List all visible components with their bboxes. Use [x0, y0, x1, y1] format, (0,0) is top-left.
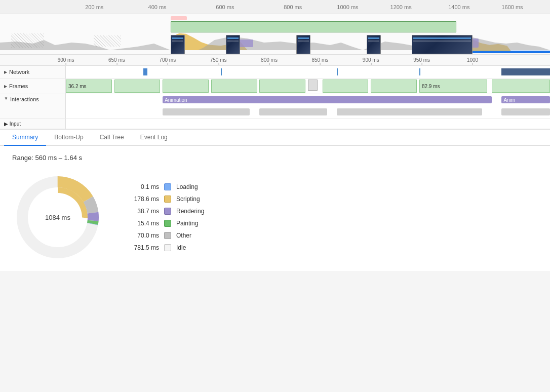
- ruler-mark-600: 600 ms: [216, 4, 234, 10]
- input-bar-3: [337, 108, 482, 115]
- range-label: Range: 560 ms – 1.64 s: [12, 154, 538, 162]
- ruler-mark-400: 400 ms: [148, 4, 167, 10]
- tab-bottom-up[interactable]: Bottom-Up: [46, 130, 91, 146]
- legend-scripting-swatch: [164, 195, 171, 203]
- legend-other: 70.0 ms Other: [124, 232, 204, 239]
- input-bar-1: [163, 108, 250, 115]
- net-req-5: [501, 68, 550, 75]
- network-track-label[interactable]: ▶ Network: [0, 66, 66, 78]
- donut-total-label: 1084 ms: [45, 214, 70, 221]
- frame-bar-gray: [308, 80, 318, 91]
- ruler-mark-1600: 1600 ms: [501, 4, 523, 10]
- interactions-track: ▼ Interactions Animation Anim: [0, 94, 550, 119]
- tab-call-tree[interactable]: Call Tree: [92, 130, 132, 146]
- detail-mark-800: 800 ms: [261, 57, 278, 63]
- detail-mark-700: 700 ms: [159, 57, 176, 63]
- cpu-hatch-2: [94, 35, 121, 47]
- legend-loading-name: Loading: [176, 183, 198, 190]
- donut-chart: 1084 ms: [12, 172, 103, 263]
- frame-bar-3: [163, 80, 209, 93]
- summary-panel: Range: 560 ms – 1.64 s: [0, 146, 550, 271]
- summary-content: 1084 ms 0.1 ms Loading 178.6 ms Scriptin…: [12, 172, 538, 263]
- app-container: 200 ms 400 ms 600 ms 800 ms 1000 ms 1200…: [0, 0, 550, 271]
- legend-loading: 0.1 ms Loading: [124, 183, 204, 190]
- input-bar-4: [501, 108, 550, 115]
- network-track: ▶ Network: [0, 66, 550, 79]
- frame-bar-4: [211, 80, 257, 93]
- input-track: ▶ Input: [0, 119, 550, 129]
- net-req-4: [143, 68, 147, 75]
- frames-arrow: ▶: [4, 84, 7, 89]
- detail-ruler-marks: 600 ms 650 ms 700 ms 750 ms 800 ms 850 m…: [66, 55, 550, 65]
- legend-other-name: Other: [176, 232, 191, 239]
- cpu-hatch-1: [11, 33, 44, 48]
- detail-timeline: 600 ms 650 ms 700 ms 750 ms 800 ms 850 m…: [0, 55, 550, 130]
- legend-loading-swatch: [164, 183, 171, 190]
- screenshot-2: [226, 35, 240, 54]
- tab-summary[interactable]: Summary: [4, 130, 46, 146]
- legend-rendering: 38.7 ms Rendering: [124, 208, 204, 215]
- ruler-mark-1400: 1400 ms: [448, 4, 469, 10]
- screenshot-4: [367, 35, 381, 54]
- screenshot-5: [412, 35, 473, 54]
- detail-ruler: 600 ms 650 ms 700 ms 750 ms 800 ms 850 m…: [0, 55, 550, 66]
- interactions-track-content: Animation Anim: [66, 94, 550, 119]
- frame-bar-1: 36.2 ms: [66, 80, 112, 93]
- network-label-text: Network: [9, 69, 29, 75]
- legend-painting-name: Painting: [176, 220, 198, 227]
- legend-loading-value: 0.1 ms: [124, 183, 159, 190]
- interactions-label-text: Interactions: [10, 96, 39, 102]
- legend-scripting-name: Scripting: [176, 195, 200, 203]
- legend-rendering-swatch: [164, 208, 171, 215]
- network-track-content: [66, 66, 550, 78]
- net-req-1: [221, 68, 222, 75]
- frame-bar-9: [492, 80, 550, 93]
- overview-track[interactable]: [0, 14, 550, 55]
- animation-bar-2: Anim: [501, 96, 550, 103]
- legend-painting: 15.4 ms Painting: [124, 220, 204, 227]
- legend-idle-name: Idle: [176, 244, 186, 251]
- legend-other-value: 70.0 ms: [124, 232, 159, 239]
- frames-label-text: Frames: [9, 83, 28, 89]
- ruler-mark-800: 800 ms: [284, 4, 302, 10]
- ruler-mark-200: 200 ms: [85, 4, 103, 10]
- detail-mark-850: 850 ms: [311, 57, 328, 63]
- overview-ruler-marks: 200 ms 400 ms 600 ms 800 ms 1000 ms 1200…: [66, 0, 550, 14]
- frame-bar-6: [323, 80, 369, 93]
- frame-bar-8: 82.9 ms: [419, 80, 487, 93]
- legend-scripting: 178.6 ms Scripting: [124, 195, 204, 203]
- input-track-label[interactable]: ▶ Input: [0, 119, 66, 129]
- legend-other-swatch: [164, 232, 171, 239]
- detail-mark-1000: 1000: [467, 57, 478, 63]
- detail-mark-750: 750 ms: [210, 57, 227, 63]
- frames-track: ▶ Frames 36.2 ms 82.9 ms: [0, 79, 550, 94]
- summary-legend: 0.1 ms Loading 178.6 ms Scripting 38.7 m…: [124, 183, 204, 251]
- legend-rendering-value: 38.7 ms: [124, 208, 159, 215]
- legend-rendering-name: Rendering: [176, 208, 204, 215]
- screenshot-3: [296, 35, 310, 54]
- frames-track-content: 36.2 ms 82.9 ms: [66, 79, 550, 94]
- screenshot-1: [171, 35, 185, 54]
- legend-idle: 781.5 ms Idle: [124, 244, 204, 251]
- net-req-3: [419, 68, 420, 75]
- network-arrow: ▶: [4, 70, 7, 74]
- overview-green-region: [171, 21, 457, 32]
- interactions-track-label[interactable]: ▼ Interactions: [0, 94, 66, 119]
- legend-scripting-value: 178.6 ms: [124, 195, 159, 203]
- ruler-mark-1200: 1200 ms: [390, 4, 412, 10]
- legend-painting-value: 15.4 ms: [124, 220, 159, 227]
- overview-ruler: 200 ms 400 ms 600 ms 800 ms 1000 ms 1200…: [0, 0, 550, 14]
- input-track-content: [66, 119, 550, 129]
- legend-idle-swatch: [164, 244, 171, 251]
- frame-bar-2: [114, 80, 161, 93]
- tab-event-log[interactable]: Event Log: [132, 130, 176, 146]
- detail-mark-600: 600 ms: [58, 57, 74, 63]
- screenshots-row: [171, 35, 473, 54]
- frame-bar-7: [371, 80, 417, 93]
- ruler-mark-1000: 1000 ms: [337, 4, 358, 10]
- interactions-arrow: ▼: [4, 96, 8, 101]
- frames-track-label[interactable]: ▶ Frames: [0, 79, 66, 94]
- detail-mark-900: 900 ms: [363, 57, 379, 63]
- animation-bar-1: Animation: [163, 96, 492, 103]
- detail-mark-650: 650 ms: [108, 57, 125, 63]
